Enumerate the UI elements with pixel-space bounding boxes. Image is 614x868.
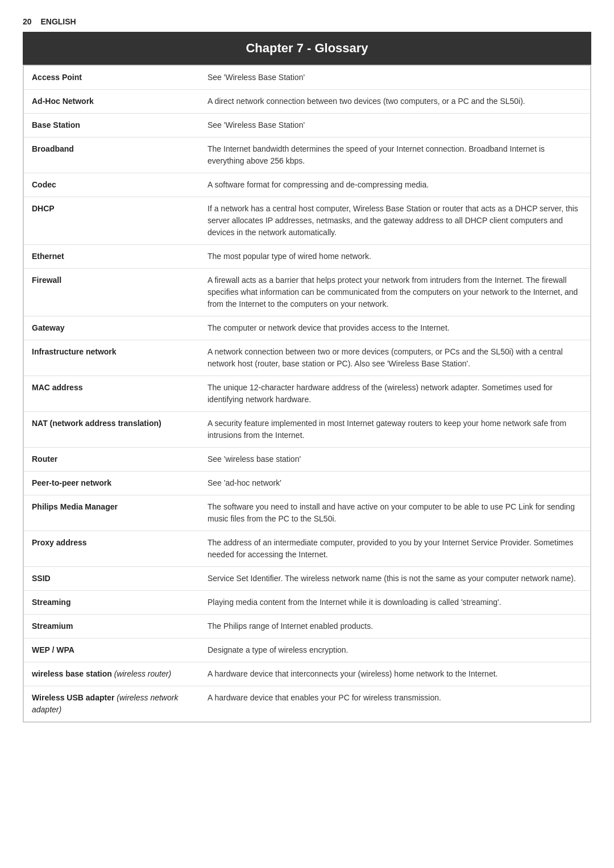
glossary-definition: See 'wireless base station': [200, 448, 591, 471]
glossary-row: StreamingPlaying media content from the …: [23, 591, 591, 615]
glossary-term: NAT (network address translation): [23, 412, 200, 448]
glossary-definition: The unique 12-character hardware address…: [200, 376, 591, 412]
glossary-definition: The Philips range of Internet enabled pr…: [200, 615, 591, 639]
glossary-row: NAT (network address translation)A secur…: [23, 412, 591, 448]
glossary-definition: A direct network connection between two …: [200, 90, 591, 114]
glossary-term: Wireless USB adapter (wireless network a…: [23, 686, 200, 723]
glossary-row: Peer-to-peer networkSee 'ad-hoc network': [23, 471, 591, 495]
glossary-row: Access PointSee 'Wireless Base Station': [23, 65, 591, 90]
page-number: 20: [23, 17, 32, 26]
glossary-row: EthernetThe most popular type of wired h…: [23, 245, 591, 269]
glossary-row: BroadbandThe Internet bandwidth determin…: [23, 137, 591, 173]
term-note: (wireless router): [114, 669, 171, 678]
glossary-term: Access Point: [23, 65, 200, 90]
glossary-term: SSID: [23, 567, 200, 591]
glossary-term: Streamium: [23, 615, 200, 639]
glossary-definition: See 'ad-hoc network': [200, 471, 591, 495]
glossary-definition: A network connection between two or more…: [200, 340, 591, 376]
glossary-term: Peer-to-peer network: [23, 471, 200, 495]
glossary-definition: A firewall acts as a barrier that helps …: [200, 269, 591, 316]
glossary-term: WEP / WPA: [23, 639, 200, 662]
glossary-term: Base Station: [23, 114, 200, 137]
glossary-definition: Designate a type of wireless encryption.: [200, 639, 591, 662]
glossary-term: wireless base station (wireless router): [23, 662, 200, 686]
glossary-row: Infrastructure networkA network connecti…: [23, 340, 591, 376]
glossary-term: Firewall: [23, 269, 200, 316]
glossary-term: DHCP: [23, 197, 200, 245]
term-note: (wireless network adapter): [32, 693, 178, 714]
glossary-definition: The Internet bandwidth determines the sp…: [200, 137, 591, 173]
glossary-row: StreamiumThe Philips range of Internet e…: [23, 615, 591, 639]
glossary-term: Philips Media Manager: [23, 495, 200, 531]
glossary-row: DHCPIf a network has a central host comp…: [23, 197, 591, 245]
glossary-term: Codec: [23, 173, 200, 197]
glossary-definition: Playing media content from the Internet …: [200, 591, 591, 615]
glossary-definition: A security feature implemented in most I…: [200, 412, 591, 448]
glossary-definition: The address of an intermediate computer,…: [200, 531, 591, 567]
glossary-row: FirewallA firewall acts as a barrier tha…: [23, 269, 591, 316]
glossary-term: Infrastructure network: [23, 340, 200, 376]
glossary-definition: A hardware device that enables your PC f…: [200, 686, 591, 723]
glossary-row: MAC addressThe unique 12-character hardw…: [23, 376, 591, 412]
glossary-row: RouterSee 'wireless base station': [23, 448, 591, 471]
glossary-term: Proxy address: [23, 531, 200, 567]
page-wrapper: 20 ENGLISH Chapter 7 - Glossary Access P…: [0, 0, 614, 745]
chapter-title: Chapter 7 - Glossary: [23, 32, 591, 65]
glossary-definition: The software you need to install and hav…: [200, 495, 591, 531]
glossary-row: CodecA software format for compressing a…: [23, 173, 591, 197]
glossary-row: Proxy addressThe address of an intermedi…: [23, 531, 591, 567]
glossary-row: GatewayThe computer or network device th…: [23, 316, 591, 340]
glossary-definition: A software format for compressing and de…: [200, 173, 591, 197]
glossary-definition: See 'Wireless Base Station': [200, 114, 591, 137]
glossary-definition: The computer or network device that prov…: [200, 316, 591, 340]
glossary-term: Ethernet: [23, 245, 200, 269]
glossary-term: MAC address: [23, 376, 200, 412]
glossary-row: SSIDService Set Identifier. The wireless…: [23, 567, 591, 591]
glossary-term: Broadband: [23, 137, 200, 173]
glossary-row: Base StationSee 'Wireless Base Station': [23, 114, 591, 137]
glossary-table: Access PointSee 'Wireless Base Station'A…: [23, 65, 591, 723]
glossary-term: Router: [23, 448, 200, 471]
page-number-line: 20 ENGLISH: [23, 17, 591, 26]
glossary-row: Wireless USB adapter (wireless network a…: [23, 686, 591, 723]
glossary-row: Philips Media ManagerThe software you ne…: [23, 495, 591, 531]
glossary-definition: The most popular type of wired home netw…: [200, 245, 591, 269]
glossary-term: Streaming: [23, 591, 200, 615]
glossary-definition: A hardware device that interconnects you…: [200, 662, 591, 686]
glossary-row: wireless base station (wireless router)A…: [23, 662, 591, 686]
glossary-definition: See 'Wireless Base Station': [200, 65, 591, 90]
glossary-row: WEP / WPADesignate a type of wireless en…: [23, 639, 591, 662]
glossary-row: Ad-Hoc NetworkA direct network connectio…: [23, 90, 591, 114]
glossary-definition: If a network has a central host computer…: [200, 197, 591, 245]
glossary-term: Gateway: [23, 316, 200, 340]
glossary-definition: Service Set Identifier. The wireless net…: [200, 567, 591, 591]
glossary-term: Ad-Hoc Network: [23, 90, 200, 114]
page-language: ENGLISH: [40, 17, 76, 26]
